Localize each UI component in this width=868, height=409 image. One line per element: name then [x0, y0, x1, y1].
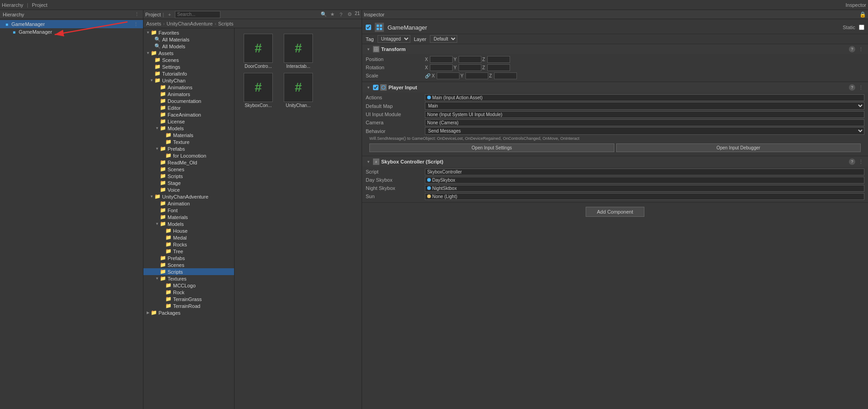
tree-item-10[interactable]: 📁Documentation	[143, 97, 234, 104]
tree-item-31[interactable]: 📁Rocks	[143, 241, 234, 248]
tree-item-11[interactable]: 📁Editor	[143, 104, 234, 111]
tree-item-20[interactable]: 📁Scenes	[143, 166, 234, 173]
project-search-icon[interactable]: 🔍	[320, 11, 327, 18]
skybox-controller-help-icon[interactable]: ?	[849, 158, 855, 165]
script-field[interactable]: SkyboxController	[425, 169, 864, 175]
tree-item-29[interactable]: 📁House	[143, 227, 234, 234]
project-question-icon[interactable]: ?	[337, 11, 345, 18]
inspector-lock-icon[interactable]: 🔒	[859, 11, 866, 18]
position-x-input[interactable]: 0	[430, 56, 453, 63]
hierarchy-item-gamemanager[interactable]: ■ GameManager ⋮	[0, 20, 143, 28]
tree-item-6[interactable]: 📁TutorialInfo	[143, 70, 234, 77]
project-add-btn[interactable]: +	[166, 11, 173, 18]
project-settings-icon[interactable]: ⚙	[346, 11, 353, 18]
default-map-select[interactable]: Main	[425, 102, 864, 110]
skybox-controller-menu-btn[interactable]: ⋮	[857, 158, 864, 165]
tree-item-14[interactable]: ▼📁Models	[143, 125, 234, 132]
tree-item-3[interactable]: ▼📁Assets	[143, 50, 234, 56]
tree-item-24[interactable]: ▼📁UnityChanAdventure	[143, 193, 234, 200]
position-z-input[interactable]: 0	[487, 56, 510, 63]
tree-item-23[interactable]: 📁Voice	[143, 186, 234, 193]
rotation-z-input[interactable]: 0	[487, 64, 510, 71]
tree-item-15[interactable]: 📁Materials	[143, 132, 234, 138]
tree-item-33[interactable]: 📁Prefabs	[143, 255, 234, 261]
day-skybox-field[interactable]: DaySkybox	[425, 177, 864, 184]
tree-item-26[interactable]: 📁Font	[143, 207, 234, 214]
tree-item-7[interactable]: ▼📁UnityChan	[143, 77, 234, 84]
tag-dropdown[interactable]: Untagged	[378, 35, 410, 43]
file-item-2[interactable]: #SkyboxCon...	[240, 73, 276, 108]
tree-item-27[interactable]: 📁Materials	[143, 214, 234, 220]
tree-item-2[interactable]: 🔍All Models	[143, 43, 234, 50]
sun-field[interactable]: None (Light)	[425, 193, 864, 200]
project-search-input[interactable]	[175, 11, 220, 18]
inspector-tab-label[interactable]: Inspector	[846, 2, 866, 8]
actions-field[interactable]: Main (Input Action Asset)	[425, 94, 864, 101]
tree-item-1[interactable]: 🔍All Materials	[143, 36, 234, 43]
file-item-1[interactable]: #Interactab...	[280, 34, 317, 69]
tree-item-18[interactable]: 📁for Locomotion	[143, 152, 234, 159]
skybox-controller-header[interactable]: ▼ # Skybox Controller (Script) ? ⋮	[362, 157, 868, 167]
tree-item-9[interactable]: 📁Animators	[143, 91, 234, 97]
file-item-3[interactable]: #UnityChan...	[280, 73, 317, 108]
static-checkbox[interactable]	[859, 25, 864, 30]
tree-item-16[interactable]: 📁Texture	[143, 138, 234, 145]
tree-item-5[interactable]: 📁Settings	[143, 63, 234, 70]
rotation-x-input[interactable]: 0	[430, 64, 453, 71]
hierarchy-item-menu[interactable]: ⋮	[132, 20, 139, 28]
tree-label-11: Editor	[168, 105, 181, 111]
transform-header[interactable]: ▼ Transform ? ⋮	[362, 44, 868, 54]
open-input-settings-btn[interactable]: Open Input Settings	[369, 143, 614, 152]
tree-item-34[interactable]: 📁Scenes	[143, 261, 234, 268]
tree-item-13[interactable]: 📁License	[143, 118, 234, 125]
rotation-y-input[interactable]: 0	[459, 64, 481, 71]
tree-item-0[interactable]: ▼📁Favorites	[143, 29, 234, 36]
tree-item-28[interactable]: ▼📁Models	[143, 220, 234, 227]
tree-item-32[interactable]: 📁Tree	[143, 248, 234, 255]
camera-field[interactable]: None (Camera)	[425, 119, 864, 126]
tree-item-38[interactable]: 📁Rock	[143, 289, 234, 296]
tree-item-39[interactable]: 📁TerrainGrass	[143, 296, 234, 302]
player-input-enabled-checkbox[interactable]	[373, 85, 378, 90]
open-input-debugger-btn[interactable]: Open Input Debugger	[616, 143, 861, 152]
tree-item-25[interactable]: 📁Animation	[143, 200, 234, 207]
tree-item-17[interactable]: ▼📁Prefabs	[143, 145, 234, 152]
breadcrumb-assets[interactable]: Assets	[146, 21, 161, 26]
tree-item-35[interactable]: 📁Scripts	[143, 268, 234, 275]
breadcrumb-unitychanadventure[interactable]: UnityChanAdventure	[167, 21, 213, 26]
tree-item-40[interactable]: 📁TerrainRoad	[143, 302, 234, 309]
hierarchy-item-gamemanager-child[interactable]: ■ GameManager	[0, 28, 143, 36]
position-y-input[interactable]: 0	[459, 56, 481, 63]
project-tab-label[interactable]: Project	[32, 2, 47, 8]
behavior-select[interactable]: Send Messages	[425, 127, 864, 135]
transform-menu-btn[interactable]: ⋮	[857, 46, 864, 53]
player-input-header[interactable]: ▼ Player Input ? ⋮	[362, 82, 868, 92]
player-input-help-icon[interactable]: ?	[849, 84, 855, 91]
file-item-0[interactable]: #DoorContro...	[240, 34, 276, 69]
scale-y-input[interactable]: 1	[465, 72, 488, 79]
hierarchy-menu-btn[interactable]: ⋮	[133, 11, 140, 18]
hierarchy-tab-label[interactable]: Hierarchy	[2, 2, 23, 8]
night-skybox-field[interactable]: NightSktbox	[425, 185, 864, 192]
tree-item-36[interactable]: ▼📁Textures	[143, 275, 234, 282]
scale-z-input[interactable]: 1	[494, 72, 517, 79]
tree-item-21[interactable]: 📁Scripts	[143, 173, 234, 179]
tree-item-19[interactable]: 📁ReadMe_Old	[143, 159, 234, 166]
tree-item-12[interactable]: 📁FaceAnimation	[143, 111, 234, 118]
scale-x-input[interactable]: 1	[437, 72, 460, 79]
tree-item-4[interactable]: 📁Scenes	[143, 56, 234, 63]
add-component-btn[interactable]: Add Component	[586, 207, 645, 217]
project-star-icon[interactable]: ★	[329, 11, 336, 18]
tree-item-37[interactable]: 📁MCCLogo	[143, 282, 234, 289]
transform-help-icon[interactable]: ?	[849, 46, 855, 52]
tree-item-30[interactable]: 📁Medal	[143, 234, 234, 241]
tree-item-41[interactable]: ▶📁Packages	[143, 309, 234, 316]
tree-item-22[interactable]: 📁Stage	[143, 179, 234, 186]
gameobject-name[interactable]: GameManager	[388, 24, 837, 31]
layer-dropdown[interactable]: Default	[430, 35, 457, 43]
player-input-menu-btn[interactable]: ⋮	[857, 84, 864, 91]
tree-item-8[interactable]: 📁Animations	[143, 84, 234, 91]
gameobject-enabled-checkbox[interactable]	[366, 25, 371, 30]
breadcrumb-scripts[interactable]: Scripts	[218, 21, 234, 26]
ui-input-field[interactable]: None (Input System UI Input Module)	[425, 111, 864, 118]
